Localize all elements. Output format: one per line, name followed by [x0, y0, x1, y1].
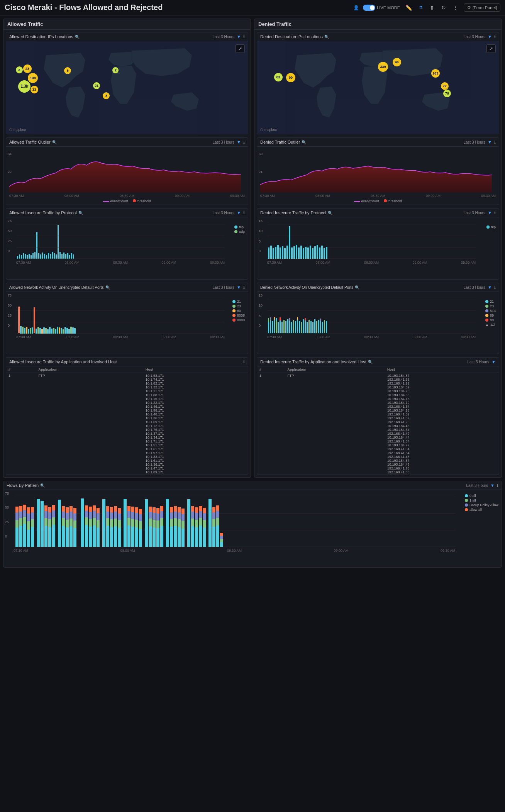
info-icon[interactable]: 🔍 — [78, 211, 83, 215]
svg-rect-138 — [318, 320, 319, 333]
svg-rect-168 — [37, 499, 40, 547]
map-expand-button[interactable]: ⤢ — [236, 44, 245, 53]
map-dot-21[interactable]: 21 — [93, 82, 100, 89]
info-icon-2[interactable]: ℹ — [243, 211, 245, 215]
denied-traffic-outlier-panel: Denied Traffic Outlier 🔍 Last 3 Hours ▼ … — [257, 137, 499, 205]
svg-rect-154 — [19, 512, 22, 518]
filter-icon[interactable]: ▼ — [237, 140, 241, 144]
filter-icon[interactable]: ▼ — [237, 34, 241, 39]
denied-map-expand-button[interactable]: ⤢ — [486, 44, 496, 53]
info-icon[interactable]: 🔍 — [40, 483, 45, 488]
allowed-insecure-app-table-body[interactable]: # Application Host 1 FTP 10.1.53.17110.1… — [6, 366, 248, 475]
map-dot-23[interactable]: 23 — [23, 64, 32, 73]
filter-icon[interactable]: ▼ — [237, 285, 241, 290]
toggle-track[interactable] — [363, 5, 375, 11]
map-dot-138[interactable]: 138 — [28, 73, 38, 83]
info-icon[interactable]: 🔍 — [75, 35, 80, 39]
info-icon-2[interactable]: ℹ — [494, 211, 496, 215]
svg-rect-250 — [145, 499, 148, 547]
more-icon[interactable]: ⋮ — [451, 4, 460, 12]
info-icon-2[interactable]: ℹ — [494, 140, 496, 144]
denied-insecure-protocol-title: Denied Insecure Traffic by Protocol 🔍 — [260, 210, 332, 215]
svg-rect-20 — [54, 253, 55, 259]
map-dot-163[interactable]: 163 — [431, 69, 440, 78]
svg-rect-237 — [127, 506, 130, 511]
svg-rect-224 — [110, 507, 113, 512]
svg-rect-245 — [135, 507, 138, 513]
svg-rect-263 — [160, 526, 163, 547]
info-icon[interactable]: 🔍 — [324, 35, 329, 39]
live-mode-toggle[interactable]: LIVE MODE — [363, 5, 400, 11]
map-dot-33[interactable]: 33 — [31, 86, 38, 93]
svg-rect-75 — [270, 246, 272, 259]
controls: Last 3 Hours ▼ — [467, 359, 496, 364]
svg-rect-64 — [66, 328, 68, 334]
svg-rect-310 — [220, 542, 223, 547]
svg-rect-252 — [149, 519, 152, 526]
info-icon-2[interactable]: ℹ — [494, 285, 496, 290]
denied-insecure-app-table-body[interactable]: # Application Host 1 FTP 10.193.184.8719… — [257, 366, 499, 475]
row-hosts: 10.193.184.87192.168.41.38192.168.41.991… — [385, 373, 499, 475]
filter-icon[interactable]: ▼ — [490, 483, 495, 488]
map-dot-94[interactable]: 94 — [393, 58, 401, 66]
info-icon[interactable]: ℹ — [243, 140, 245, 144]
svg-rect-172 — [44, 511, 47, 518]
svg-rect-165 — [31, 519, 34, 527]
map-dot-83[interactable]: 83 — [274, 73, 283, 81]
flow-1all-dot — [465, 499, 468, 502]
filter-icon[interactable]: ▼ — [488, 285, 492, 290]
refresh-icon[interactable]: ↻ — [440, 4, 447, 12]
svg-rect-242 — [135, 527, 138, 547]
outlier-info-icon[interactable]: 🔍 — [52, 140, 57, 144]
filter-icon[interactable]: ▼ — [488, 34, 492, 39]
svg-rect-123 — [293, 320, 294, 333]
info-icon-2[interactable]: ℹ — [497, 483, 498, 488]
svg-rect-300 — [203, 508, 206, 513]
svg-rect-271 — [170, 507, 173, 512]
map-dot-79[interactable]: 79 — [443, 90, 451, 97]
denied-panels: Denied Destination IPs Locations 🔍 Last … — [254, 30, 502, 478]
svg-rect-39 — [18, 307, 20, 333]
filter-icon[interactable]: ▼ — [237, 210, 241, 215]
info-icon[interactable]: 🔍 — [105, 285, 110, 290]
map-dot-72[interactable]: 72 — [441, 82, 449, 90]
svg-rect-182 — [58, 500, 61, 547]
map-dot-3[interactable]: 3 — [16, 66, 23, 73]
svg-rect-184 — [62, 518, 65, 526]
svg-rect-159 — [23, 505, 26, 510]
svg-rect-173 — [44, 505, 47, 511]
svg-rect-68 — [74, 328, 76, 334]
info-icon-2[interactable]: ℹ — [243, 285, 245, 290]
from-panel-button[interactable]: ⚙ [From Panel] — [464, 3, 500, 12]
svg-rect-152 — [19, 526, 22, 547]
svg-rect-175 — [48, 519, 51, 527]
info-icon-2[interactable]: ℹ — [243, 35, 245, 39]
share-icon[interactable]: ⬆ — [428, 4, 436, 12]
svg-rect-201 — [85, 517, 88, 525]
info-icon-2[interactable]: ℹ — [494, 35, 496, 39]
svg-rect-23 — [59, 252, 61, 259]
filter-icon[interactable]: ⚗ — [417, 4, 424, 11]
svg-rect-148 — [15, 528, 19, 547]
y-low: 5 — [259, 239, 261, 243]
edit-icon[interactable]: ✏️ — [404, 4, 413, 12]
filter-icon[interactable]: ▼ — [491, 359, 496, 364]
svg-rect-131 — [305, 318, 306, 320]
svg-rect-167 — [31, 507, 34, 512]
filter-icon[interactable]: ▼ — [488, 140, 492, 144]
info-icon[interactable]: ℹ — [243, 360, 245, 364]
info-icon[interactable]: 🔍 — [368, 360, 373, 364]
filter-icon[interactable]: ▼ — [488, 210, 492, 215]
svg-rect-169 — [41, 501, 44, 547]
info-icon[interactable]: 🔍 — [328, 211, 332, 215]
d-port69-dot — [485, 314, 488, 317]
svg-rect-260 — [156, 520, 159, 528]
svg-rect-284 — [187, 499, 190, 547]
map-dot-90[interactable]: 90 — [286, 73, 295, 82]
info-icon[interactable]: 🔍 — [355, 285, 359, 290]
flows-by-pattern-chart: 75 50 25 0 — [3, 490, 502, 567]
map-dot-1k3[interactable]: 1.3k — [18, 80, 31, 93]
info-icon[interactable]: 🔍 — [302, 140, 306, 144]
svg-rect-302 — [212, 527, 215, 547]
map-dot-339[interactable]: 339 — [378, 62, 388, 72]
